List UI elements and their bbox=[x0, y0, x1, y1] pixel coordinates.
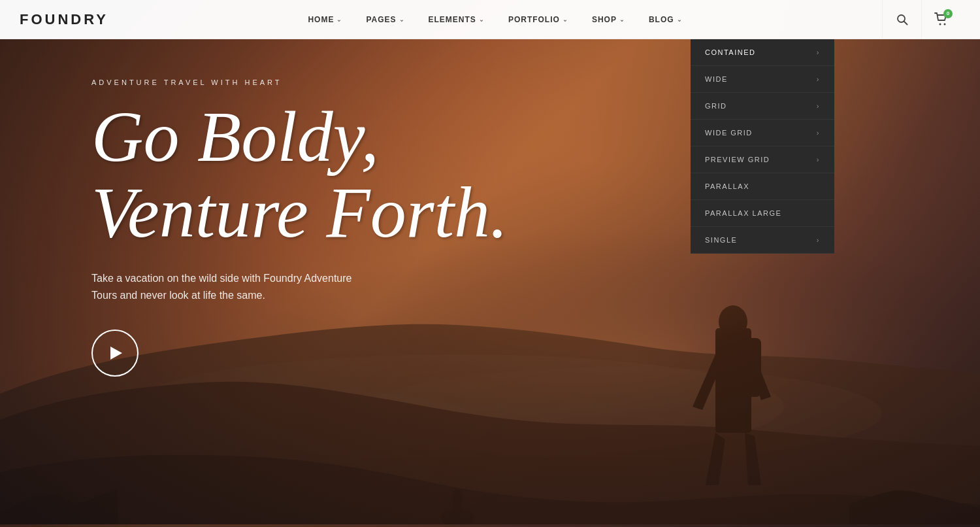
dropdown-wide-grid-label: WIDE GRID bbox=[705, 129, 753, 137]
dropdown-wide-grid-arrow: › bbox=[817, 129, 820, 137]
hero-title: Go Boldy, Venture Forth. bbox=[91, 99, 508, 250]
nav-item-pages[interactable]: PAGES ⌄ bbox=[357, 10, 414, 29]
nav-shop-label: SHOP bbox=[592, 15, 617, 24]
svg-rect-8 bbox=[453, 498, 462, 518]
nav-portfolio-label: PORTFOLIO bbox=[508, 15, 560, 24]
dropdown-contained-arrow: › bbox=[817, 48, 820, 56]
nav-portfolio-chevron: ⌄ bbox=[563, 16, 568, 23]
cart-button[interactable]: 0 bbox=[921, 0, 960, 39]
dropdown-wide-arrow: › bbox=[817, 75, 820, 83]
svg-point-13 bbox=[943, 23, 945, 25]
dropdown-item-parallax-large[interactable]: PARALLAX LARGE bbox=[691, 200, 834, 227]
svg-line-11 bbox=[904, 21, 907, 24]
nav-shop-chevron: ⌄ bbox=[619, 16, 625, 23]
hero-content: ADVENTURE TRAVEL WITH HEART Go Boldy, Ve… bbox=[91, 78, 508, 377]
dropdown-parallax-large-label: PARALLAX LARGE bbox=[705, 209, 781, 217]
nav-home-label: HOME bbox=[308, 15, 334, 24]
nav-item-shop[interactable]: SHOP ⌄ bbox=[583, 10, 634, 29]
nav-item-blog[interactable]: BLOG ⌄ bbox=[640, 10, 692, 29]
dropdown-item-preview-grid[interactable]: PREVIEW GRID › bbox=[691, 146, 834, 173]
dropdown-preview-grid-label: PREVIEW GRID bbox=[705, 156, 770, 163]
nav-blog-chevron: ⌄ bbox=[677, 16, 683, 23]
svg-point-2 bbox=[33, 387, 490, 466]
dropdown-preview-grid-arrow: › bbox=[817, 156, 820, 163]
play-icon bbox=[110, 347, 122, 360]
hero-title-line2: Venture Forth. bbox=[91, 175, 508, 251]
nav-home-chevron: ⌄ bbox=[336, 16, 342, 23]
nav-item-home[interactable]: HOME ⌄ bbox=[299, 10, 351, 29]
nav-item-elements[interactable]: ELEMENTS ⌄ bbox=[419, 10, 494, 29]
nav-pages-label: PAGES bbox=[366, 15, 396, 24]
hero-description: Take a vacation on the wild side with Fo… bbox=[91, 270, 366, 303]
dropdown-item-parallax[interactable]: PARALLAX bbox=[691, 173, 834, 200]
svg-point-9 bbox=[451, 490, 463, 504]
dropdown-single-label: SINGLE bbox=[705, 236, 737, 244]
svg-rect-6 bbox=[738, 338, 761, 397]
hero-subtitle: ADVENTURE TRAVEL WITH HEART bbox=[91, 78, 508, 86]
cart-count: 0 bbox=[943, 9, 953, 18]
portfolio-dropdown: CONTAINED › WIDE › GRID › WIDE GRID › PR… bbox=[691, 39, 834, 254]
svg-point-7 bbox=[441, 508, 474, 524]
nav-blog-label: BLOG bbox=[649, 15, 674, 24]
svg-rect-4 bbox=[715, 328, 751, 433]
navbar: FOUNDRY HOME ⌄ PAGES ⌄ ELEMENTS ⌄ PORTFO… bbox=[0, 0, 980, 39]
nav-elements-label: ELEMENTS bbox=[429, 15, 476, 24]
nav-icons: 0 bbox=[882, 0, 960, 39]
dropdown-parallax-label: PARALLAX bbox=[705, 182, 749, 190]
dropdown-wide-label: WIDE bbox=[705, 75, 728, 83]
dropdown-item-grid[interactable]: GRID › bbox=[691, 93, 834, 120]
svg-point-12 bbox=[939, 23, 941, 25]
play-button[interactable] bbox=[91, 330, 139, 377]
hero-title-line1: Go Boldy, bbox=[91, 99, 508, 175]
dropdown-item-single[interactable]: SINGLE › bbox=[691, 227, 834, 254]
svg-point-5 bbox=[719, 305, 747, 338]
nav-item-portfolio[interactable]: PORTFOLIO ⌄ bbox=[499, 10, 578, 29]
dropdown-contained-label: CONTAINED bbox=[705, 48, 755, 56]
svg-point-3 bbox=[359, 367, 882, 459]
search-icon bbox=[896, 14, 908, 26]
search-button[interactable] bbox=[882, 0, 921, 39]
nav-links: HOME ⌄ PAGES ⌄ ELEMENTS ⌄ PORTFOLIO ⌄ SH… bbox=[299, 10, 691, 29]
hero-section: FOUNDRY HOME ⌄ PAGES ⌄ ELEMENTS ⌄ PORTFO… bbox=[0, 0, 980, 527]
dropdown-grid-label: GRID bbox=[705, 102, 727, 110]
brand-logo[interactable]: FOUNDRY bbox=[20, 11, 108, 28]
dropdown-item-wide[interactable]: WIDE › bbox=[691, 66, 834, 93]
dropdown-grid-arrow: › bbox=[817, 102, 820, 110]
dropdown-item-wide-grid[interactable]: WIDE GRID › bbox=[691, 120, 834, 146]
dropdown-item-contained[interactable]: CONTAINED › bbox=[691, 39, 834, 66]
nav-pages-chevron: ⌄ bbox=[399, 16, 405, 23]
nav-elements-chevron: ⌄ bbox=[479, 16, 485, 23]
dropdown-single-arrow: › bbox=[817, 236, 820, 244]
